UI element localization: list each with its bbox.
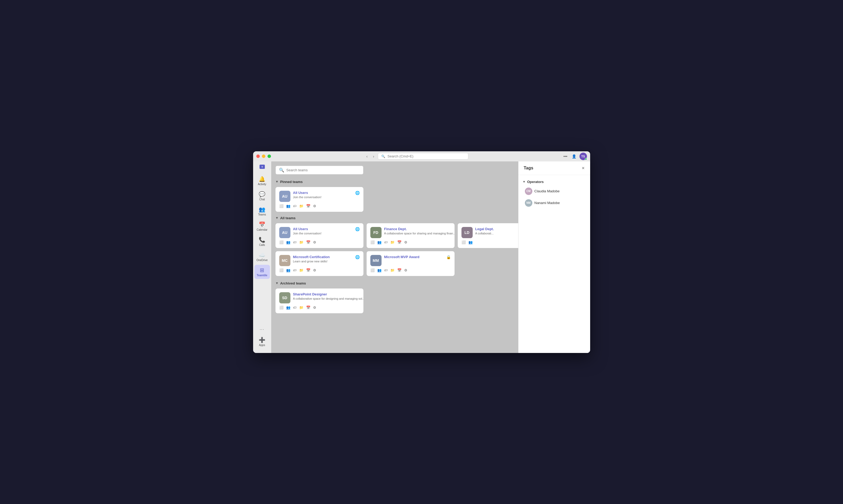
team-avatar: SD xyxy=(279,292,290,303)
sidebar-item-more[interactable]: ··· xyxy=(254,325,270,334)
members-icon[interactable]: 👥 xyxy=(468,240,473,244)
sidebar-item-chat[interactable]: 💬 Chat xyxy=(254,189,270,203)
channel-icon[interactable]: ⬜ xyxy=(370,240,375,244)
tags-close-button[interactable]: ✕ xyxy=(581,166,585,170)
tag-icon[interactable]: 🏷 xyxy=(293,268,297,272)
avatar[interactable]: TS xyxy=(579,152,587,160)
team-info: Legal Dept. A collaborati... xyxy=(475,227,518,235)
calendar-action-icon[interactable]: 📅 xyxy=(306,204,310,208)
members-icon[interactable]: 👥 xyxy=(286,306,290,309)
members-icon[interactable]: 👥 xyxy=(286,240,290,244)
pinned-chevron-icon[interactable]: ▼ xyxy=(275,180,279,183)
settings-icon[interactable]: ⚙ xyxy=(313,240,316,244)
settings-icon[interactable]: ⚙ xyxy=(313,306,316,309)
settings-icon[interactable]: ⚙ xyxy=(404,240,407,244)
channel-icon[interactable]: ⬜ xyxy=(462,240,466,244)
members-icon[interactable]: 👥 xyxy=(377,268,381,272)
channel-icon[interactable]: ⬜ xyxy=(279,240,284,244)
tag-member-name: Claudia Madobe xyxy=(535,189,560,193)
team-name: Microsoft MVP Award xyxy=(384,255,444,259)
team-name: SharePoint Designer xyxy=(293,292,363,296)
files-icon[interactable]: 📁 xyxy=(299,204,303,208)
files-icon[interactable]: 📁 xyxy=(299,240,303,244)
members-icon[interactable]: 👥 xyxy=(286,204,290,208)
team-card-all-users[interactable]: AU All Users Join the conversation! 🌐 ⬜ … xyxy=(275,223,363,248)
all-chevron-icon[interactable]: ▼ xyxy=(275,216,279,220)
sidebar-item-teamtile[interactable]: ⊞ Teamtile xyxy=(254,265,270,279)
team-card-ms-cert[interactable]: MC Microsoft Certification Learn and gro… xyxy=(275,251,363,276)
tag-icon[interactable]: 🏷 xyxy=(384,268,388,272)
global-search-input[interactable] xyxy=(388,154,465,158)
calendar-action-icon[interactable]: 📅 xyxy=(306,268,310,272)
channel-icon[interactable]: ⬜ xyxy=(279,204,284,208)
teams-icon: 👥 xyxy=(259,206,265,213)
minimize-button[interactable] xyxy=(262,155,265,158)
archived-chevron-icon[interactable]: ▼ xyxy=(275,281,279,285)
files-icon[interactable]: 📁 xyxy=(390,268,395,272)
sidebar-item-apps[interactable]: ➕ Apps xyxy=(254,335,270,349)
channel-icon[interactable]: ⬜ xyxy=(279,306,284,309)
calendar-action-icon[interactable]: 📅 xyxy=(397,268,401,272)
sidebar-item-onedrive[interactable]: ☁️ OneDrive xyxy=(254,250,270,264)
calendar-action-icon[interactable]: 📅 xyxy=(397,240,401,244)
tag-icon[interactable]: 🏷 xyxy=(293,306,297,309)
team-card-sharepoint[interactable]: SD SharePoint Designer A collaborative s… xyxy=(275,288,363,313)
back-button[interactable]: ‹ xyxy=(365,154,369,159)
team-actions: ⬜ 👥 🏷 📁 📅 ⚙ xyxy=(279,240,360,244)
team-type-icon: 🌐 xyxy=(355,227,360,231)
search-teams-bar[interactable]: 🔍 xyxy=(275,166,363,175)
sidebar-item-activity[interactable]: 🔔 Activity xyxy=(254,174,270,188)
search-teams-input[interactable] xyxy=(286,168,331,172)
team-card-finance[interactable]: FD Finance Dept. A collaborative space f… xyxy=(366,223,454,248)
calendar-action-icon[interactable]: 📅 xyxy=(306,306,310,309)
tag-group-operators: ▼ Operators CM Claudia Madobe NM Nanam xyxy=(522,178,587,209)
channel-icon[interactable]: ⬜ xyxy=(279,268,284,272)
channel-icon[interactable]: ⬜ xyxy=(370,268,375,272)
search-icon: 🔍 xyxy=(381,155,385,158)
team-card-header: SD SharePoint Designer A collaborative s… xyxy=(279,292,360,303)
tag-member-avatar: NM xyxy=(525,199,532,207)
sidebar-item-calendar-label: Calendar xyxy=(256,228,268,231)
close-button[interactable] xyxy=(256,155,260,158)
settings-icon[interactable]: ⚙ xyxy=(313,204,316,208)
tags-header: Tags ✕ xyxy=(519,161,590,175)
team-info: All Users Join the conversation! xyxy=(293,191,353,199)
people-button[interactable]: 👤 xyxy=(571,153,577,160)
members-icon[interactable]: 👥 xyxy=(286,268,290,272)
sidebar-item-teams-label: Teams xyxy=(258,213,266,216)
team-desc: Join the conversation! xyxy=(293,232,353,235)
team-card-all-users-pinned[interactable]: AU All Users Join the conversation! 🌐 ⬜ … xyxy=(275,187,363,212)
files-icon[interactable]: 📁 xyxy=(299,306,303,309)
sidebar-item-calendar[interactable]: 📅 Calendar xyxy=(254,219,270,233)
teams-logo-icon: T xyxy=(259,164,265,172)
sidebar-bottom: ··· ➕ Apps xyxy=(254,325,270,351)
global-search-bar[interactable]: 🔍 xyxy=(378,153,468,160)
activity-icon: 🔔 xyxy=(259,176,265,182)
settings-icon[interactable]: ⚙ xyxy=(404,268,407,272)
team-desc: A collaborati... xyxy=(475,232,518,235)
team-info: Finance Dept. A collaborative space for … xyxy=(384,227,454,235)
sidebar-item-calls[interactable]: 📞 Calls xyxy=(254,234,270,249)
sidebar-item-teams[interactable]: 👥 Teams xyxy=(254,204,270,218)
members-icon[interactable]: 👥 xyxy=(377,240,381,244)
files-icon[interactable]: 📁 xyxy=(390,240,395,244)
settings-icon[interactable]: ⚙ xyxy=(313,268,316,272)
sidebar-item-teamtile-label: Teamtile xyxy=(257,274,268,277)
tag-group-header[interactable]: ▼ Operators xyxy=(522,178,587,185)
team-card-mvp[interactable]: MM Microsoft MVP Award 🔒 ⬜ 👥 🏷 📁 📅 xyxy=(366,251,454,276)
tag-member-nanami[interactable]: NM Nanami Madobe xyxy=(522,197,587,209)
tags-body: ▼ Operators CM Claudia Madobe NM Nanam xyxy=(519,175,590,214)
tag-member-claudia[interactable]: CM Claudia Madobe xyxy=(522,185,587,197)
team-card-legal[interactable]: LD Legal Dept. A collaborati... 🔒 ⬜ 👥 xyxy=(458,223,518,248)
calendar-action-icon[interactable]: 📅 xyxy=(306,240,310,244)
pinned-teams-section-header: ▼ Pinned teams xyxy=(275,180,514,184)
tag-icon[interactable]: 🏷 xyxy=(384,240,388,244)
files-icon[interactable]: 📁 xyxy=(299,268,303,272)
more-options-button[interactable]: ••• xyxy=(562,153,569,160)
forward-button[interactable]: › xyxy=(372,154,376,159)
tag-icon[interactable]: 🏷 xyxy=(293,240,297,244)
maximize-button[interactable] xyxy=(268,155,271,158)
app-window: ‹ › 🔍 ••• 👤 TS T 🔔 Activity xyxy=(253,151,590,353)
team-card-header: AU All Users Join the conversation! 🌐 xyxy=(279,191,360,202)
tag-icon[interactable]: 🏷 xyxy=(293,204,297,208)
